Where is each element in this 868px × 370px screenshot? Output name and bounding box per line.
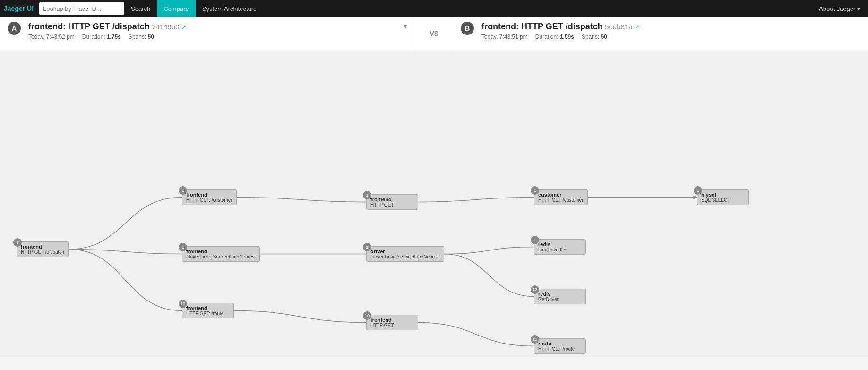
- node-service-n0: frontend: [21, 244, 64, 250]
- compare-button[interactable]: Compare: [157, 0, 195, 17]
- node-badge-n11: 1: [694, 186, 702, 195]
- trace-b-meta: Today, 7:43:51 pm Duration: 1.59s Spans:…: [481, 34, 860, 40]
- graph-node-n2[interactable]: 1frontend/driver.DriverService/FindNeare…: [182, 246, 260, 262]
- system-arch-button[interactable]: System Architecture: [196, 0, 264, 17]
- edge-n4-n7: [418, 198, 534, 202]
- node-service-n3: frontend: [186, 305, 230, 311]
- node-badge-n10: 10: [531, 335, 539, 344]
- dropdown-icon-a[interactable]: ▾: [404, 22, 407, 31]
- graph-node-n11[interactable]: 1mysqlSQL SELECT: [697, 189, 749, 205]
- node-service-n6: frontend: [370, 317, 414, 323]
- trace-b-date: Today, 7:43:51 pm: [481, 34, 528, 40]
- graph-node-n1[interactable]: 1frontendHTTP GET: /customer: [182, 189, 237, 205]
- edge-n5-n8: [444, 247, 534, 254]
- node-op-n3: HTTP GET: /route: [186, 311, 230, 316]
- lookup-input[interactable]: [39, 2, 124, 15]
- node-op-n10: HTTP GET /route: [538, 346, 582, 352]
- trace-b-name: frontend: HTTP GET /dispatch: [481, 22, 603, 31]
- edge-n3-n6: [234, 311, 366, 323]
- node-badge-n6: 10: [363, 311, 371, 320]
- trace-a-link-icon[interactable]: ↗: [181, 23, 187, 31]
- node-op-n5: /driver.DriverService/FindNearest: [370, 254, 440, 259]
- graph-node-n7[interactable]: 1customerHTTP GET /customer: [534, 189, 588, 205]
- node-badge-n1: 1: [179, 186, 187, 195]
- edge-n1-n4: [237, 198, 366, 202]
- node-service-n1: frontend: [186, 192, 232, 198]
- node-service-n4: frontend: [370, 197, 414, 202]
- node-service-n8: redis: [538, 241, 582, 247]
- trace-a-title: frontend: HTTP GET /dispatch 74149b0 ↗: [28, 22, 400, 32]
- edge-n0-n3: [69, 250, 182, 311]
- edge-n5-n9: [444, 254, 534, 297]
- node-service-n2: frontend: [186, 249, 256, 254]
- label-b: B: [461, 22, 474, 35]
- node-service-n5: driver: [370, 249, 440, 254]
- trace-b-id: 5eeb81a: [605, 23, 632, 31]
- trace-a-date: Today, 7:43:52 pm: [28, 34, 75, 40]
- trace-b-link-icon[interactable]: ↗: [635, 23, 640, 31]
- graph-node-n5[interactable]: 1driver/driver.DriverService/FindNearest: [366, 246, 444, 262]
- graph-node-n6[interactable]: 10frontendHTTP GET: [366, 315, 418, 330]
- trace-a-duration: Duration: 1.75s: [82, 34, 121, 40]
- graph-node-n9[interactable]: 12redisGetDriver: [534, 289, 586, 304]
- node-badge-n8: 1: [531, 236, 539, 244]
- node-op-n8: FindDriverIDs: [538, 247, 582, 252]
- trace-a-meta: Today, 7:43:52 pm Duration: 1.75s Spans:…: [28, 34, 400, 40]
- node-badge-n5: 1: [363, 243, 371, 251]
- edge-n0-n1: [69, 198, 182, 250]
- node-op-n6: HTTP GET: [370, 323, 414, 328]
- graph-node-n3[interactable]: 10frontendHTTP GET: /route: [182, 303, 234, 318]
- graph-node-n8[interactable]: 1redisFindDriverIDs: [534, 239, 586, 255]
- node-badge-n0: 1: [13, 238, 22, 247]
- node-service-n10: route: [538, 341, 582, 346]
- label-a: A: [8, 22, 21, 35]
- node-service-n11: mysql: [701, 192, 745, 198]
- node-badge-n3: 10: [179, 300, 187, 308]
- trace-a-name: frontend: HTTP GET /dispatch: [28, 22, 150, 31]
- node-op-n11: SQL SELECT: [701, 198, 745, 203]
- trace-b-duration: Duration: 1.59s: [535, 34, 574, 40]
- node-service-n9: redis: [538, 291, 582, 297]
- trace-panel-b: B frontend: HTTP GET /dispatch 5eeb81a ↗…: [453, 17, 868, 50]
- node-op-n4: HTTP GET: [370, 202, 414, 207]
- node-badge-n2: 1: [179, 243, 187, 251]
- navbar: Jaeger UI Search Compare System Architec…: [0, 0, 868, 17]
- node-badge-n4: 1: [363, 191, 371, 199]
- trace-a-spans: Spans: 50: [129, 34, 154, 40]
- node-op-n9: GetDriver: [538, 297, 582, 302]
- trace-panel-a: A frontend: HTTP GET /dispatch 74149b0 ↗…: [0, 17, 415, 50]
- compare-header: A frontend: HTTP GET /dispatch 74149b0 ↗…: [0, 17, 868, 50]
- node-op-n2: /driver.DriverService/FindNearest: [186, 254, 256, 259]
- search-button[interactable]: Search: [124, 0, 157, 17]
- node-badge-n9: 12: [531, 285, 539, 294]
- node-op-n1: HTTP GET: /customer: [186, 198, 232, 203]
- trace-a-id: 74149b0: [152, 23, 179, 31]
- node-service-n7: customer: [538, 192, 584, 198]
- edge-n6-n10: [418, 323, 534, 346]
- node-op-n7: HTTP GET /customer: [538, 198, 584, 203]
- node-badge-n7: 1: [531, 186, 539, 195]
- node-op-n0: HTTP GET /dispatch: [21, 250, 64, 255]
- vs-divider: VS: [415, 17, 453, 50]
- about-menu[interactable]: About Jaeger ▾: [819, 5, 864, 12]
- graph-node-n10[interactable]: 10routeHTTP GET /route: [534, 338, 586, 354]
- trace-b-title: frontend: HTTP GET /dispatch 5eeb81a ↗: [481, 22, 860, 32]
- brand-label: Jaeger UI: [4, 5, 34, 12]
- graph-area: 1frontendHTTP GET /dispatch1frontendHTTP…: [0, 50, 868, 357]
- graph-node-n4[interactable]: 1frontendHTTP GET: [366, 194, 418, 210]
- graph-node-n0[interactable]: 1frontendHTTP GET /dispatch: [17, 241, 69, 257]
- trace-b-spans: Spans: 50: [582, 34, 607, 40]
